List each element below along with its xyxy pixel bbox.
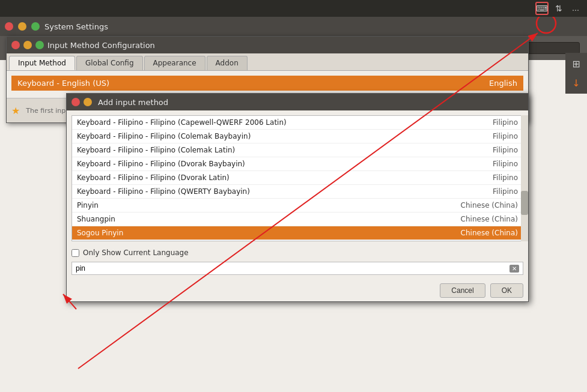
- keyboard-row-left: Keyboard - English (US): [17, 79, 109, 88]
- tab-addon[interactable]: Addon: [207, 56, 248, 70]
- imc-titlebar: × − + Input Method Configuration: [7, 37, 528, 53]
- imc-tabs: Input Method Global Config Appearance Ad…: [7, 53, 528, 71]
- status-label: The first inp: [26, 107, 65, 115]
- item-lang: Filipino: [493, 160, 518, 168]
- aim-close-btn[interactable]: ×: [71, 98, 80, 106]
- item-label: Keyboard - Filipino - Filipino (Dvorak L…: [77, 173, 230, 182]
- item-lang: Chinese (China): [461, 215, 518, 223]
- item-lang: Filipino: [493, 146, 518, 154]
- item-lang: Chinese (China): [461, 229, 518, 237]
- sort-taskbar-icon[interactable]: ⇅: [552, 2, 565, 15]
- item-lang: Filipino: [493, 173, 518, 182]
- item-label: Keyboard - Filipino - Filipino (Colemak …: [77, 146, 235, 154]
- list-item[interactable]: Keyboard - Filipino - Filipino (Dvorak L…: [72, 171, 523, 185]
- item-lang: Filipino: [493, 118, 518, 127]
- only-show-current-language-checkbox[interactable]: [71, 249, 79, 257]
- list-item[interactable]: Keyboard - Filipino - Filipino (Dvorak B…: [72, 157, 523, 171]
- bg-window-title: System Settings: [44, 22, 108, 31]
- star-icon: ★: [11, 105, 20, 116]
- imc-maximize-btn[interactable]: +: [35, 41, 44, 49]
- aim-title: Add input method: [98, 98, 168, 107]
- ok-button[interactable]: OK: [490, 283, 523, 298]
- aim-titlebar: × − Add input method: [67, 94, 528, 110]
- maximize-btn-bg[interactable]: +: [31, 22, 40, 31]
- aim-list[interactable]: Keyboard - Filipino - Filipino (Capewell…: [71, 115, 523, 241]
- item-lang: Filipino: [493, 132, 518, 140]
- imc-minimize-btn[interactable]: −: [23, 41, 32, 49]
- keyboard-english-row[interactable]: Keyboard - English (US) English: [11, 76, 523, 91]
- list-item[interactable]: Keyboard - Filipino - Filipino (Capewell…: [72, 116, 523, 130]
- list-item[interactable]: Keyboard - Filipino - Filipino (QWERTY B…: [72, 185, 523, 199]
- aim-dialog: × − Add input method Keyboard - Filipino…: [66, 93, 529, 302]
- imc-title: Input Method Configuration: [47, 41, 155, 50]
- minimize-btn-bg[interactable]: −: [18, 22, 26, 31]
- list-item[interactable]: Pinyin Chinese (China): [72, 199, 523, 213]
- item-label: Keyboard - Filipino - Filipino (Capewell…: [77, 118, 287, 127]
- item-label: Keyboard - Filipino - Filipino (Dvorak B…: [77, 160, 245, 168]
- tab-global-config[interactable]: Global Config: [76, 56, 143, 70]
- taskbar: ⌨ ⇅ …: [0, 0, 587, 17]
- checkbox-row: Only Show Current Language: [67, 246, 528, 259]
- aim-minimize-btn[interactable]: −: [84, 98, 92, 106]
- aim-search-input[interactable]: [76, 264, 509, 273]
- item-lang: Filipino: [493, 187, 518, 196]
- scrollbar-track[interactable]: [521, 115, 523, 241]
- right-panel-icons: ⊞ ↓: [565, 53, 587, 94]
- checkbox-label: Only Show Current Language: [83, 249, 189, 257]
- extra-taskbar-icon[interactable]: …: [569, 2, 582, 15]
- scrollbar-thumb[interactable]: [521, 191, 523, 215]
- grid-view-icon[interactable]: ⊞: [568, 55, 585, 72]
- download-icon[interactable]: ↓: [568, 74, 585, 91]
- keyboard-row-right: English: [489, 79, 517, 88]
- item-label: Pinyin: [77, 201, 99, 210]
- cancel-button[interactable]: Cancel: [440, 283, 485, 298]
- item-label: Keyboard - Filipino - Filipino (QWERTY B…: [77, 187, 250, 196]
- list-item[interactable]: Shuangpin Chinese (China): [72, 213, 523, 226]
- clear-search-btn[interactable]: ✕: [509, 265, 519, 273]
- keyboard-taskbar-icon[interactable]: ⌨: [535, 2, 549, 15]
- item-label: Keyboard - Filipino - Filipino (Colemak …: [77, 132, 251, 140]
- item-label: Shuangpin: [77, 215, 115, 223]
- system-settings-titlebar: × − + System Settings: [0, 17, 587, 36]
- item-label: Sogou Pinyin: [77, 229, 123, 237]
- item-lang: Chinese (China): [461, 201, 518, 210]
- list-item[interactable]: Keyboard - Filipino - Filipino (Colemak …: [72, 143, 523, 157]
- imc-close-btn[interactable]: ×: [11, 41, 20, 49]
- list-item-selected[interactable]: Sogou Pinyin Chinese (China): [72, 226, 523, 240]
- aim-search-row[interactable]: ✕: [71, 262, 523, 275]
- close-btn-bg[interactable]: ×: [5, 22, 13, 31]
- aim-action-buttons: Cancel OK: [67, 280, 528, 301]
- tab-input-method[interactable]: Input Method: [9, 56, 75, 70]
- list-item[interactable]: Keyboard - Filipino - Filipino (Colemak …: [72, 130, 523, 143]
- tab-appearance[interactable]: Appearance: [144, 56, 205, 70]
